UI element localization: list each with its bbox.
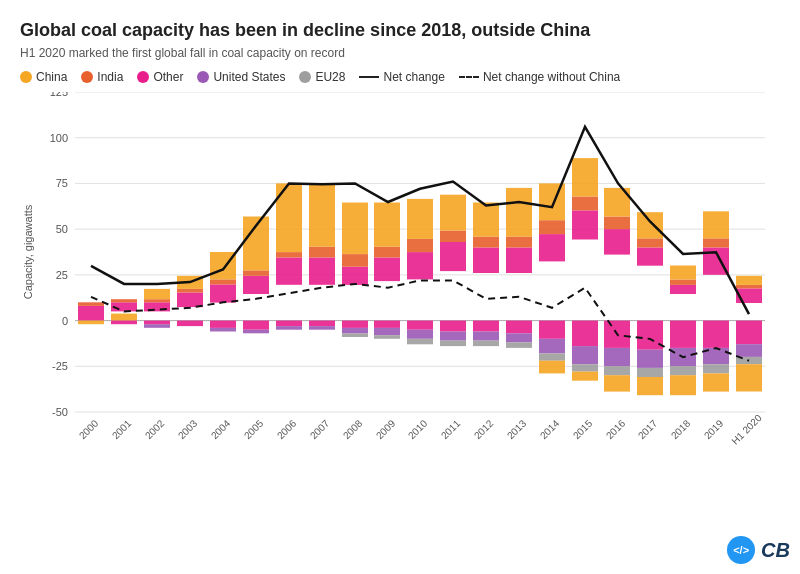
- svg-rect-30: [177, 292, 203, 307]
- legend-net: Net change: [359, 70, 444, 84]
- svg-rect-42: [243, 320, 269, 329]
- svg-text:2008: 2008: [341, 417, 365, 441]
- svg-text:2001: 2001: [110, 417, 134, 441]
- svg-rect-66: [407, 252, 433, 279]
- svg-rect-38: [210, 327, 236, 331]
- svg-rect-121: [670, 320, 696, 347]
- svg-rect-39: [243, 275, 269, 293]
- svg-rect-138: [736, 364, 762, 391]
- svg-rect-20: [78, 320, 104, 324]
- svg-rect-40: [243, 270, 269, 275]
- svg-text:2006: 2006: [275, 417, 299, 441]
- svg-rect-102: [572, 364, 598, 371]
- svg-rect-110: [604, 375, 630, 391]
- legend-india-label: India: [97, 70, 123, 84]
- brand-logo: CB: [761, 539, 790, 562]
- svg-text:75: 75: [56, 177, 68, 189]
- svg-rect-23: [111, 313, 137, 320]
- legend-us-label: United States: [213, 70, 285, 84]
- svg-text:Capacity, gigawatts: Capacity, gigawatts: [22, 204, 34, 299]
- svg-rect-80: [473, 202, 499, 236]
- svg-rect-49: [309, 257, 335, 284]
- svg-text:2002: 2002: [143, 417, 167, 441]
- legend-other-label: Other: [153, 70, 183, 84]
- svg-rect-62: [374, 202, 400, 246]
- svg-text:2012: 2012: [472, 417, 496, 441]
- svg-rect-95: [539, 353, 565, 360]
- svg-rect-71: [407, 338, 433, 344]
- svg-rect-83: [473, 340, 499, 346]
- svg-text:-25: -25: [52, 360, 68, 372]
- svg-rect-67: [407, 238, 433, 251]
- svg-rect-120: [670, 265, 696, 279]
- svg-rect-108: [604, 347, 630, 365]
- svg-text:2014: 2014: [538, 417, 562, 441]
- svg-rect-96: [539, 360, 565, 373]
- svg-rect-47: [276, 320, 302, 326]
- svg-rect-74: [440, 194, 466, 230]
- legend-china-label: China: [36, 70, 67, 84]
- svg-text:2019: 2019: [702, 417, 726, 441]
- chart-container: Global coal capacity has been in decline…: [0, 0, 800, 574]
- svg-text:H1 2020: H1 2020: [729, 412, 764, 447]
- svg-text:25: 25: [56, 268, 68, 280]
- svg-rect-51: [309, 183, 335, 246]
- svg-rect-98: [572, 196, 598, 210]
- svg-rect-60: [374, 257, 400, 281]
- svg-rect-68: [407, 198, 433, 238]
- svg-rect-27: [144, 288, 170, 298]
- svg-rect-31: [177, 288, 203, 292]
- svg-text:2010: 2010: [406, 417, 430, 441]
- svg-rect-119: [670, 279, 696, 284]
- svg-rect-92: [539, 183, 565, 220]
- legend-eu28-label: EU28: [315, 70, 345, 84]
- legend-us-icon: [197, 71, 209, 83]
- svg-rect-61: [374, 246, 400, 257]
- svg-rect-22: [111, 299, 137, 302]
- legend-india-icon: [81, 71, 93, 83]
- svg-text:2004: 2004: [209, 417, 233, 441]
- svg-rect-111: [637, 247, 663, 265]
- legend-eu28-icon: [299, 71, 311, 83]
- chart-legend: China India Other United States EU28 Net…: [20, 70, 780, 84]
- svg-rect-115: [637, 349, 663, 367]
- svg-rect-34: [210, 284, 236, 302]
- svg-text:2013: 2013: [505, 417, 529, 441]
- svg-rect-50: [309, 246, 335, 257]
- svg-rect-81: [473, 320, 499, 331]
- svg-rect-124: [670, 375, 696, 395]
- svg-rect-104: [604, 229, 630, 255]
- svg-rect-26: [144, 299, 170, 302]
- svg-text:100: 100: [50, 131, 68, 143]
- svg-rect-114: [637, 320, 663, 349]
- svg-rect-63: [374, 320, 400, 327]
- legend-net-icon: [359, 76, 379, 78]
- svg-rect-94: [539, 338, 565, 353]
- svg-rect-112: [637, 238, 663, 247]
- svg-rect-19: [78, 302, 104, 306]
- svg-rect-52: [309, 320, 335, 326]
- svg-rect-76: [440, 331, 466, 340]
- svg-rect-101: [572, 346, 598, 364]
- svg-rect-82: [473, 331, 499, 340]
- svg-rect-128: [703, 320, 729, 347]
- svg-text:50: 50: [56, 223, 68, 235]
- svg-rect-54: [342, 266, 368, 284]
- svg-text:2003: 2003: [176, 417, 200, 441]
- svg-text:125: 125: [50, 92, 68, 98]
- svg-text:2009: 2009: [374, 417, 398, 441]
- svg-rect-87: [506, 320, 532, 333]
- svg-rect-64: [374, 327, 400, 334]
- svg-text:-50: -50: [52, 406, 68, 418]
- svg-rect-29: [144, 324, 170, 328]
- svg-rect-117: [637, 377, 663, 395]
- svg-rect-133: [736, 284, 762, 288]
- svg-rect-18: [78, 305, 104, 320]
- legend-eu28: EU28: [299, 70, 345, 84]
- svg-rect-89: [506, 342, 532, 348]
- svg-rect-33: [177, 320, 203, 326]
- svg-rect-91: [539, 220, 565, 234]
- svg-rect-131: [703, 373, 729, 391]
- svg-rect-77: [440, 340, 466, 346]
- svg-rect-78: [473, 247, 499, 273]
